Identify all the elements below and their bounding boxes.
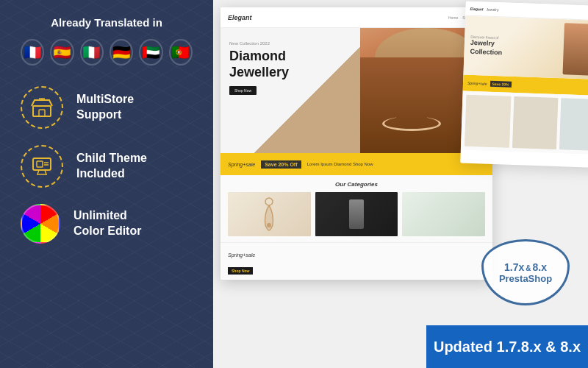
badge-amp: & <box>526 264 531 272</box>
hero-title: Diamond Jewellery <box>229 49 289 80</box>
badge-circle: 1.7x & 8.x PrestaShop <box>481 239 570 305</box>
sale-desc: Lorem Ipsum Diamond Shop Now <box>307 162 373 166</box>
cat-item-jewelry <box>402 192 485 236</box>
mockup-header: Elegant Home Shop About <box>220 7 492 28</box>
badge-name: PrestaShop <box>499 273 552 284</box>
categories-section: Our Categories <box>220 175 492 242</box>
flag-germany: 🇩🇪 <box>110 39 133 66</box>
translated-title: Already Translated in <box>21 16 193 29</box>
mockup2-nav: Jewelry <box>487 7 499 12</box>
svg-point-10 <box>265 198 273 205</box>
sale-badge: Save 20% Off <box>261 160 301 169</box>
hero-title-line1: Diamond <box>229 49 286 63</box>
hero-subtitle: New Collection 2022 <box>229 41 289 46</box>
website-mockup-secondary: Elegant Jewelry Discover finest of Jewel… <box>460 1 588 169</box>
unlimited-text: Unlimited Color Editor <box>74 208 141 239</box>
mockup2-hero-text: Discover finest of JewelryCollection <box>470 35 503 57</box>
child-theme-text: Child Theme Included <box>76 151 147 182</box>
categories-grid <box>228 192 485 236</box>
product-thumb-2 <box>512 96 559 149</box>
badge-version-row: 1.7x & 8.x <box>504 261 547 273</box>
mockup2-title: JewelryCollection <box>470 39 502 57</box>
svg-rect-0 <box>33 106 51 116</box>
svg-point-11 <box>267 223 271 227</box>
fashion-silhouette <box>349 199 364 229</box>
unlimited-label-line2: Color Editor <box>74 224 141 239</box>
mockup2-sale: Save 20% <box>490 81 511 88</box>
svg-rect-3 <box>33 158 51 170</box>
multistore-label-line2: Support <box>76 107 134 123</box>
feature-unlimited: Unlimited Color Editor <box>21 204 193 244</box>
feature-multistore: MultiStore Support <box>21 86 193 129</box>
multistore-text: MultiStore Support <box>76 92 134 123</box>
product-thumb-3 <box>559 98 588 151</box>
mockup-logo: Elegant <box>228 14 252 21</box>
updated-banner: Updated 1.7.8.x & 8.x <box>426 325 588 368</box>
multistore-label-line1: MultiStore <box>76 92 134 107</box>
updated-text: Updated 1.7.8.x & 8.x <box>434 339 581 355</box>
color-wheel-icon <box>21 204 60 244</box>
left-panel: Already Translated in 🇫🇷 🇪🇸 🇮🇹 🇩🇪 🇦🇪 🇵🇹 … <box>0 0 213 368</box>
hero-btn[interactable]: Shop Now <box>229 86 257 95</box>
monitor-icon <box>21 145 63 188</box>
spring-btn-label: Shop Now <box>228 267 253 275</box>
hero-title-line2: Jewellery <box>229 65 289 79</box>
child-theme-label-line1: Child Theme <box>76 151 147 166</box>
mockup2-products <box>461 91 588 155</box>
unlimited-label-line1: Unlimited <box>74 208 141 224</box>
mockup-hero: New Collection 2022 Diamond Jewellery Sh… <box>220 28 492 153</box>
hero-text: New Collection 2022 Diamond Jewellery Sh… <box>229 41 289 95</box>
svg-rect-1 <box>39 110 45 116</box>
badge-version-2: 8.x <box>533 261 547 273</box>
spring-text: Spring+sale <box>228 162 255 167</box>
flag-italy: 🇮🇹 <box>80 39 104 66</box>
flag-spain: 🇪🇸 <box>50 39 74 66</box>
store-icon <box>21 86 63 129</box>
prestashop-badge: 1.7x & 8.x PrestaShop <box>478 236 573 309</box>
flag-uae: 🇦🇪 <box>139 39 162 66</box>
cat-item-earrings <box>228 192 311 236</box>
categories-title: Our Categories <box>228 181 485 188</box>
right-panel: Elegant Home Shop About New Collection 2… <box>213 0 588 368</box>
mockup2-logo: Elegant <box>470 6 483 11</box>
spring-btn: Shop Now <box>228 262 485 275</box>
nav-item-1: Home <box>448 15 458 20</box>
mockup2-product-img <box>563 23 588 76</box>
bottom-spring: Spring+sale Shop Now <box>220 242 492 279</box>
bottom-spring-text: Spring+sale <box>228 252 255 258</box>
mockup2-spring: Spring+sale <box>467 81 487 86</box>
website-mockup-main: Elegant Home Shop About New Collection 2… <box>220 7 492 280</box>
svg-rect-7 <box>37 161 43 167</box>
necklace <box>382 116 441 131</box>
cat-item-fashion <box>315 192 398 236</box>
flags-row: 🇫🇷 🇪🇸 🇮🇹 🇩🇪 🇦🇪 🇵🇹 <box>21 39 193 66</box>
child-theme-label-line2: Included <box>76 166 147 182</box>
badge-version-main: 1.7x <box>504 261 524 273</box>
product-thumb-1 <box>465 95 511 148</box>
flag-france: 🇫🇷 <box>21 39 44 66</box>
flag-portugal: 🇵🇹 <box>169 39 193 66</box>
feature-child-theme: Child Theme Included <box>21 145 193 188</box>
mockup2-hero: Discover finest of JewelryCollection <box>463 16 588 80</box>
yellow-bar: Spring+sale Save 20% Off Lorem Ipsum Dia… <box>220 153 492 175</box>
